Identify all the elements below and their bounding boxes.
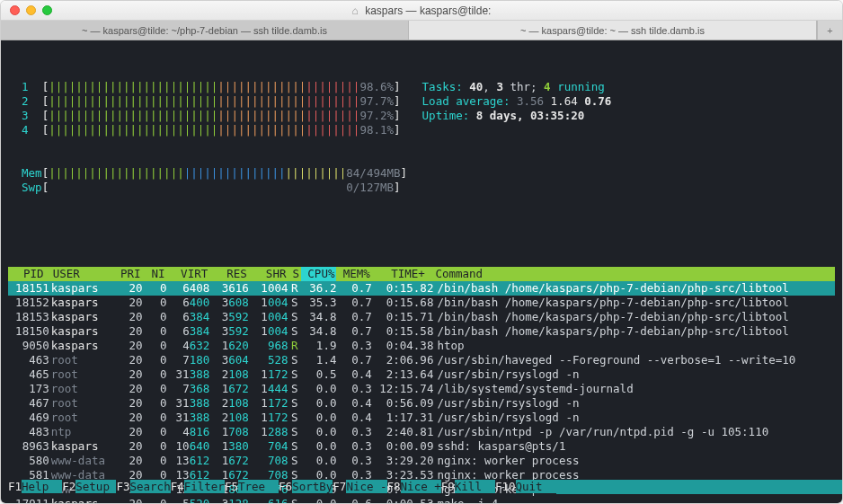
fkey-F7[interactable]: F7 bbox=[333, 480, 346, 493]
fkey-label-F10: Quit bbox=[516, 480, 556, 493]
fkey-F5[interactable]: F5 bbox=[225, 480, 238, 493]
fkey-label-F8: Nice + bbox=[401, 480, 441, 493]
process-row[interactable]: 467root2003138821081172S0.00.40:56.09/us… bbox=[8, 396, 835, 411]
fkey-label-F5: Tree bbox=[238, 480, 279, 493]
home-icon: ⌂ bbox=[352, 4, 359, 17]
process-row[interactable]: 580www-data200136121672708S0.00.33:29.20… bbox=[8, 454, 835, 468]
process-row[interactable]: 18151kaspars200640836161004R36.20.70:15.… bbox=[8, 281, 835, 296]
fkey-F10[interactable]: F10 bbox=[495, 480, 516, 493]
close-icon[interactable] bbox=[10, 5, 20, 15]
fkey-F1[interactable]: F1 bbox=[8, 480, 22, 493]
col-Command[interactable]: Command bbox=[433, 267, 835, 281]
fkey-label-F1: Help bbox=[22, 480, 62, 493]
swp-meter: Swp[ 0/127MB] bbox=[8, 181, 835, 195]
fkey-label-F6: SortBy bbox=[292, 480, 333, 493]
col-CPU%[interactable]: CPU% bbox=[301, 267, 336, 281]
tasks-summary: Tasks: 40, 3 thr; 4 running bbox=[422, 80, 612, 94]
minimize-icon[interactable] bbox=[26, 5, 36, 15]
tab-bar: ~ — kaspars@tilde: ~/php-7-debian — ssh … bbox=[1, 21, 842, 40]
tab-0[interactable]: ~ — kaspars@tilde: ~/php-7-debian — ssh … bbox=[1, 21, 409, 40]
process-row[interactable]: 17911kaspars20055203128616S0.00.60:00.53… bbox=[8, 497, 835, 503]
process-header[interactable]: PIDUSER PRI NI VIRT RES SHRSCPU%MEM% TIM… bbox=[8, 267, 835, 281]
terminal-content[interactable]: 1 [|||||||||||||||||||||||||||||||||||||… bbox=[1, 40, 842, 503]
process-row[interactable]: 483ntp200481617081288S0.00.32:40.81/usr/… bbox=[8, 425, 835, 439]
process-row[interactable]: 18150kaspars200638435921004S34.80.70:15.… bbox=[8, 324, 835, 339]
cpu-meter-1: 1 [|||||||||||||||||||||||||||||||||||||… bbox=[8, 80, 401, 94]
cpu-meter-4: 4 [|||||||||||||||||||||||||||||||||||||… bbox=[8, 123, 401, 137]
load-average: Load average: 3.56 1.64 0.76 bbox=[422, 94, 612, 109]
col-PRI[interactable]: PRI bbox=[114, 267, 142, 281]
process-row[interactable]: 465root2003138821081172S0.50.42:13.64/us… bbox=[8, 367, 835, 382]
function-keys: F1Help F2Setup F3SearchF4FilterF5Tree F6… bbox=[8, 480, 835, 494]
col-PID[interactable]: PID bbox=[8, 267, 51, 281]
process-row[interactable]: 18152kaspars200640036081004S35.30.70:15.… bbox=[8, 296, 835, 310]
fkey-label-F9: Kill bbox=[455, 480, 495, 493]
process-row[interactable]: 18153kaspars200638435921004S34.80.70:15.… bbox=[8, 310, 835, 324]
col-MEM%[interactable]: MEM% bbox=[336, 267, 371, 281]
terminal-window: ⌂ kaspars — kaspars@tilde: ~ — kaspars@t… bbox=[0, 0, 843, 504]
col-S[interactable]: S bbox=[288, 267, 301, 281]
process-row[interactable]: 8963kaspars200106401380704S0.00.30:00.09… bbox=[8, 439, 835, 454]
tab-1[interactable]: ~ — kaspars@tilde: ~ — ssh tilde.damb.is bbox=[409, 21, 817, 40]
window-controls bbox=[1, 5, 52, 15]
fkey-F6[interactable]: F6 bbox=[279, 480, 292, 493]
col-VIRT[interactable]: VIRT bbox=[166, 267, 209, 281]
zoom-icon[interactable] bbox=[42, 5, 52, 15]
cpu-meter-3: 3 [|||||||||||||||||||||||||||||||||||||… bbox=[8, 109, 401, 123]
fkey-F4[interactable]: F4 bbox=[171, 480, 184, 493]
fkey-F9[interactable]: F9 bbox=[441, 480, 455, 493]
fkey-label-F7: Nice - bbox=[346, 480, 386, 493]
tab-add-button[interactable]: + bbox=[817, 21, 842, 40]
mem-meter: Mem[||||||||||||||||||||||||||||||||||||… bbox=[8, 166, 835, 181]
fkey-label-F4: Filter bbox=[184, 480, 225, 493]
process-row[interactable]: 9050kaspars20046321620968R1.90.30:04.38h… bbox=[8, 339, 835, 353]
fkey-F2[interactable]: F2 bbox=[62, 480, 75, 493]
process-row[interactable]: 463root20071803604528S1.40.72:06.96/usr/… bbox=[8, 353, 835, 367]
col-TIME+[interactable]: TIME+ bbox=[372, 267, 434, 281]
window-title: ⌂ kaspars — kaspars@tilde: bbox=[1, 4, 842, 17]
process-table: PIDUSER PRI NI VIRT RES SHRSCPU%MEM% TIM… bbox=[8, 267, 835, 503]
col-USER[interactable]: USER bbox=[51, 267, 115, 281]
fkey-label-F2: Setup bbox=[75, 480, 116, 493]
process-row[interactable]: 173root200736816721444S0.00.312:15.74/li… bbox=[8, 382, 835, 396]
col-RES[interactable]: RES bbox=[209, 267, 249, 281]
col-SHR[interactable]: SHR bbox=[249, 267, 288, 281]
fkey-F3[interactable]: F3 bbox=[116, 480, 129, 493]
fkey-label-F3: Search bbox=[130, 480, 171, 493]
process-row[interactable]: 469root2003138821081172S0.00.41:17.31/us… bbox=[8, 411, 835, 425]
col-NI[interactable]: NI bbox=[143, 267, 167, 281]
cpu-meter-2: 2 [|||||||||||||||||||||||||||||||||||||… bbox=[8, 94, 401, 109]
titlebar: ⌂ kaspars — kaspars@tilde: bbox=[1, 1, 842, 21]
uptime: Uptime: 8 days, 03:35:20 bbox=[422, 109, 612, 123]
fkey-F8[interactable]: F8 bbox=[387, 480, 401, 493]
